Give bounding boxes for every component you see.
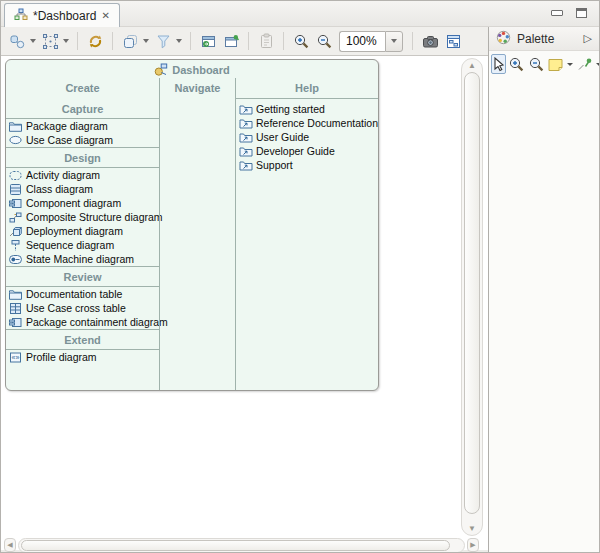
- vertical-scrollbar-thumb[interactable]: [464, 72, 480, 514]
- palette-panel: Palette ▷: [488, 27, 599, 552]
- horizontal-scrollbar[interactable]: ◀ ▶: [4, 537, 479, 553]
- shape-icon: [121, 33, 139, 50]
- zoom-level-value[interactable]: 100%: [339, 31, 385, 52]
- scroll-up-icon[interactable]: ▲: [462, 61, 482, 71]
- sync-with-model-button[interactable]: [84, 30, 106, 52]
- create-column-header: Create: [6, 78, 159, 99]
- zoom-out-tool[interactable]: [527, 54, 546, 74]
- composite-icon: [8, 212, 23, 223]
- svg-text:«»: «»: [12, 353, 20, 360]
- select-marquee-button[interactable]: [39, 30, 71, 52]
- chevron-right-icon[interactable]: ▷: [584, 32, 592, 45]
- open-in-new-window-button[interactable]: [197, 30, 219, 52]
- dashboard-item[interactable]: Reference Documentation: [236, 116, 378, 130]
- elements-icon: [8, 33, 26, 50]
- dashboard-item[interactable]: Deployment diagram: [6, 224, 159, 238]
- dashboard-item[interactable]: Activity diagram: [6, 168, 159, 182]
- window-go-icon: [199, 33, 217, 50]
- dashboard-item[interactable]: Developer Guide: [236, 144, 378, 158]
- maximize-icon[interactable]: [576, 8, 587, 18]
- dashboard-item[interactable]: Sequence diagram: [6, 238, 159, 252]
- tab-title: *Dashboard: [33, 9, 96, 23]
- note-icon: [548, 58, 563, 71]
- create-sections: CapturePackage diagramUse Case diagramDe…: [6, 99, 159, 364]
- vertical-scrollbar[interactable]: ▲ ▼: [461, 58, 483, 536]
- dashboard-item[interactable]: State Machine diagram: [6, 252, 159, 266]
- horizontal-scrollbar-thumb[interactable]: [21, 540, 450, 551]
- diagram-view-icon: [444, 33, 462, 50]
- dashboard-item[interactable]: Getting started: [236, 102, 378, 116]
- dashboard-item[interactable]: Package diagram: [6, 119, 159, 133]
- scroll-down-icon[interactable]: ▼: [462, 524, 482, 534]
- zoom-out-icon: [315, 33, 333, 50]
- close-icon[interactable]: ✕: [101, 11, 109, 21]
- dashboard-item[interactable]: Use Case diagram: [6, 133, 159, 147]
- dashboard-item[interactable]: Composite Structure diagram: [6, 210, 159, 224]
- pin-window-button[interactable]: [220, 30, 242, 52]
- filter-content-button[interactable]: [152, 30, 184, 52]
- dashboard-columns: Create CapturePackage diagramUse Case di…: [6, 78, 378, 390]
- show-diagram-button[interactable]: [442, 30, 464, 52]
- camera-icon: [421, 33, 439, 50]
- dropdown-arrow-icon[interactable]: [30, 39, 36, 43]
- zoom-out-button[interactable]: [313, 30, 335, 52]
- editor-tab-bar: *Dashboard ✕: [1, 1, 599, 27]
- item-label: Use Case diagram: [26, 134, 113, 146]
- zoom-in-tool[interactable]: [507, 54, 526, 74]
- dropdown-arrow-icon[interactable]: [143, 39, 149, 43]
- display-elements-button[interactable]: [6, 30, 38, 52]
- help-folder-icon: [238, 132, 253, 143]
- dashboard-item[interactable]: Component diagram: [6, 196, 159, 210]
- sequence-icon: [8, 240, 23, 251]
- minimize-icon[interactable]: [551, 10, 563, 16]
- cursor-icon: [492, 57, 505, 72]
- link-tool[interactable]: [576, 54, 593, 74]
- activity-icon: [8, 170, 23, 181]
- dashboard-item[interactable]: «»Profile diagram: [6, 350, 159, 364]
- item-label: User Guide: [256, 131, 309, 143]
- section-header-design: Design: [6, 147, 159, 168]
- note-tool[interactable]: [547, 54, 564, 74]
- sync-icon: [86, 33, 104, 50]
- palette-header: Palette ▷: [489, 27, 599, 51]
- toolbar-separator: [248, 32, 249, 50]
- dropdown-arrow-icon[interactable]: [63, 39, 69, 43]
- section-header-review: Review: [6, 266, 159, 287]
- section-header-extend: Extend: [6, 329, 159, 350]
- zoom-level-dropdown-button[interactable]: [385, 31, 403, 52]
- application-window: *Dashboard ✕ 100% Dashboard Create Captu…: [0, 0, 600, 553]
- dashboard-panel: Dashboard Create CapturePackage diagramU…: [5, 59, 379, 391]
- diagram-tree-icon: [14, 8, 28, 24]
- item-label: Use Case cross table: [26, 302, 126, 314]
- dashboard-item[interactable]: Use Case cross table: [6, 301, 159, 315]
- dropdown-arrow-icon[interactable]: [567, 63, 573, 66]
- dropdown-arrow-icon[interactable]: [176, 39, 182, 43]
- scroll-left-icon[interactable]: ◀: [4, 538, 16, 552]
- diagram-canvas[interactable]: Dashboard Create CapturePackage diagramU…: [1, 55, 488, 550]
- view-controls: [551, 8, 587, 18]
- zoom-in-button[interactable]: [290, 30, 312, 52]
- dashboard-item[interactable]: User Guide: [236, 130, 378, 144]
- item-label: Documentation table: [26, 288, 122, 300]
- item-label: Class diagram: [26, 183, 93, 195]
- zoom-in-icon: [292, 33, 310, 50]
- dropdown-arrow-icon[interactable]: [596, 63, 600, 66]
- paste-button[interactable]: [255, 30, 277, 52]
- snapshot-button[interactable]: [419, 30, 441, 52]
- scroll-right-icon[interactable]: ▶: [467, 538, 479, 552]
- horizontal-scrollbar-track[interactable]: [18, 538, 465, 553]
- usecase-icon: [8, 135, 23, 145]
- dashboard-item[interactable]: Class diagram: [6, 182, 159, 196]
- dashboard-item[interactable]: Documentation table: [6, 287, 159, 301]
- select-tool[interactable]: [491, 54, 506, 74]
- help-folder-icon: [238, 104, 253, 115]
- help-folder-icon: [238, 146, 253, 157]
- toolbar-separator: [283, 32, 284, 50]
- dashboard-item[interactable]: Support: [236, 158, 378, 172]
- shape-style-button[interactable]: [119, 30, 151, 52]
- item-label: Support: [256, 159, 293, 171]
- dashboard-item[interactable]: Package containment diagram: [6, 315, 159, 329]
- window-pin-icon: [222, 33, 240, 50]
- navigate-column-header: Navigate: [160, 78, 235, 99]
- tab-dashboard[interactable]: *Dashboard ✕: [4, 3, 120, 27]
